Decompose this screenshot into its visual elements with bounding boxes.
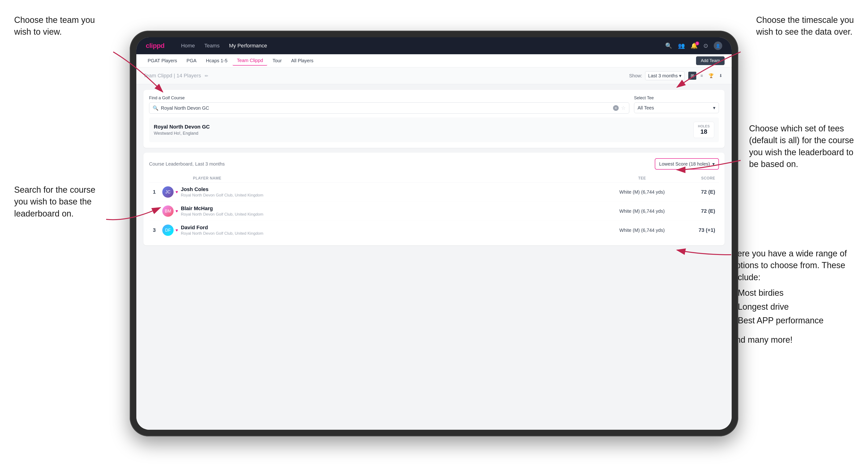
course-search-input[interactable] (161, 105, 611, 111)
main-content: Find a Golf Course 🔍 ✕ ☆ Select Tee (136, 84, 732, 430)
table-row: 3 DF ♥ David Ford Royal North Devon Golf… (149, 221, 719, 240)
edit-team-icon[interactable]: ✏ (205, 73, 208, 78)
table-row: 1 JC ♥ Josh Coles Royal North Devon Golf… (149, 183, 719, 201)
holes-number: 18 (698, 128, 710, 135)
course-search-field: Find a Golf Course 🔍 ✕ ☆ (149, 96, 629, 114)
options-bullet-list: Most birdies Longest drive Best APP perf… (731, 287, 854, 326)
sub-nav-tour[interactable]: Tour (268, 56, 286, 65)
notification-badge: 1 (695, 41, 699, 45)
bullet-drive: Longest drive (731, 301, 854, 313)
view-list-icon[interactable]: ≡ (698, 72, 706, 80)
leaderboard-title: Course Leaderboard, Last 3 months (149, 161, 655, 167)
leaderboard-header: Course Leaderboard, Last 3 months Lowest… (149, 158, 719, 169)
player-rank: 3 (153, 227, 162, 233)
app-wrapper: clippd Home Teams My Performance 🔍 👥 🔔 1… (136, 37, 732, 430)
select-tee-label: Select Tee (634, 96, 719, 100)
search-clear-button[interactable]: ✕ (613, 105, 619, 111)
tee-select-field: Select Tee All Tees ▾ (634, 96, 719, 114)
nav-icons: 🔍 👥 🔔 1 ⊙ 👤 (665, 41, 722, 50)
annotation-left-middle: Search for the course you wish to base t… (14, 184, 95, 220)
star-favorite-icon[interactable]: ☆ (621, 105, 626, 111)
player-club: Royal North Devon Golf Club, United King… (181, 212, 607, 217)
sub-navbar: PGAT Players PGA Hcaps 1-5 Team Clippd T… (136, 54, 732, 67)
player-rank: 1 (153, 189, 162, 195)
app-navbar: clippd Home Teams My Performance 🔍 👥 🔔 1… (136, 37, 732, 54)
player-tee: White (M) (6,744 yds) (607, 189, 677, 195)
nav-home[interactable]: Home (176, 41, 199, 51)
tee-select-dropdown[interactable]: All Tees ▾ (634, 102, 719, 113)
player-tee: White (M) (6,744 yds) (607, 228, 677, 233)
holes-label: Holes (698, 124, 710, 128)
player-name: Blair McHarg (181, 206, 607, 212)
sub-nav-hcaps[interactable]: Hcaps 1-5 (202, 56, 231, 65)
search-row: Find a Golf Course 🔍 ✕ ☆ Select Tee (149, 96, 719, 114)
score-type-dropdown[interactable]: Lowest Score (18 holes) ▾ (655, 158, 719, 169)
table-row: 1 BM ♥ Blair McHarg Royal North Devon Go… (149, 201, 719, 221)
course-result: Royal North Devon GC Westward Ho!, Engla… (149, 118, 719, 142)
nav-links: Home Teams My Performance (176, 41, 665, 51)
settings-icon[interactable]: ⊙ (703, 42, 708, 49)
leaderboard-card: Course Leaderboard, Last 3 months Lowest… (144, 153, 724, 245)
sub-nav-team-clippd[interactable]: Team Clippd (232, 56, 267, 66)
search-card: Find a Golf Course 🔍 ✕ ☆ Select Tee (144, 90, 724, 148)
player-avatar: DF (162, 224, 174, 236)
heart-icon[interactable]: ♥ (176, 190, 178, 195)
view-download-icon[interactable]: ⬇ (717, 72, 724, 80)
col-header-tee: TEE (607, 176, 677, 181)
player-score: 72 (E) (677, 208, 715, 214)
player-name: David Ford (181, 224, 607, 231)
annotation-right-options: Here you have a wide range of options to… (731, 248, 854, 346)
player-name: Josh Coles (181, 186, 607, 192)
player-score: 73 (+1) (677, 227, 715, 233)
score-type-chevron-icon: ▾ (712, 161, 715, 167)
user-avatar[interactable]: 👤 (714, 41, 722, 50)
ipad-device: clippd Home Teams My Performance 🔍 👥 🔔 1… (130, 31, 738, 436)
search-input-wrapper: 🔍 ✕ ☆ (149, 102, 629, 114)
player-avatar: JC (162, 186, 174, 198)
search-icon[interactable]: 🔍 (665, 42, 672, 49)
view-trophy-icon[interactable]: 🏆 (707, 72, 715, 80)
sub-nav-all-players[interactable]: All Players (287, 56, 317, 65)
player-info: Blair McHarg Royal North Devon Golf Club… (181, 206, 607, 217)
player-tee: White (M) (6,744 yds) (607, 209, 677, 214)
annotation-top-right: Choose the timescale you wish to see the… (756, 14, 854, 38)
bullet-birdies: Most birdies (731, 287, 854, 299)
bullet-app: Best APP performance (731, 315, 854, 326)
annotation-top-left: Choose the team you wish to view. (14, 14, 95, 38)
tee-chevron-icon: ▾ (713, 105, 715, 111)
app-logo: clippd (146, 42, 164, 50)
view-grid-icon[interactable]: ⊞ (688, 72, 696, 80)
nav-teams[interactable]: Teams (199, 41, 224, 51)
nav-my-performance[interactable]: My Performance (224, 41, 272, 51)
bell-icon[interactable]: 🔔 1 (691, 42, 698, 49)
ipad-screen: clippd Home Teams My Performance 🔍 👥 🔔 1… (136, 37, 732, 430)
options-outro: and many more! (731, 334, 854, 346)
show-select[interactable]: Last 3 months ▾ (645, 71, 684, 80)
team-title: Team Clippd | 14 Players ✏ (144, 73, 629, 79)
player-club: Royal North Devon Golf Club, United King… (181, 193, 607, 198)
users-icon[interactable]: 👥 (678, 42, 685, 49)
course-result-location: Westward Ho!, England (154, 131, 210, 136)
heart-icon[interactable]: ♥ (176, 228, 178, 233)
col-header-player: PLAYER NAME (174, 176, 607, 181)
player-info: David Ford Royal North Devon Golf Club, … (181, 224, 607, 236)
col-header-score: SCORE (677, 176, 715, 181)
sub-nav-pgat[interactable]: PGAT Players (144, 56, 181, 65)
course-result-name: Royal North Devon GC (154, 124, 210, 130)
heart-icon[interactable]: ♥ (176, 209, 178, 214)
annotation-right-tee: Choose which set of tees (default is all… (749, 123, 854, 170)
team-header: Team Clippd | 14 Players ✏ Show: Last 3 … (136, 67, 732, 84)
add-team-button[interactable]: Add Team (696, 56, 724, 65)
search-magnify-icon: 🔍 (153, 105, 158, 111)
course-result-info: Royal North Devon GC Westward Ho!, Engla… (154, 124, 210, 136)
leaderboard-table-header: PLAYER NAME TEE SCORE (149, 174, 719, 183)
show-label: Show: (629, 73, 642, 79)
player-score: 72 (E) (677, 189, 715, 195)
view-icons: ⊞ ≡ 🏆 ⬇ (688, 72, 724, 80)
holes-badge: Holes 18 (693, 122, 714, 138)
player-club: Royal North Devon Golf Club, United King… (181, 231, 607, 236)
player-rank: 1 (153, 208, 162, 214)
player-info: Josh Coles Royal North Devon Golf Club, … (181, 186, 607, 198)
sub-nav-pga[interactable]: PGA (182, 56, 201, 65)
options-intro: Here you have a wide range of options to… (731, 249, 847, 282)
